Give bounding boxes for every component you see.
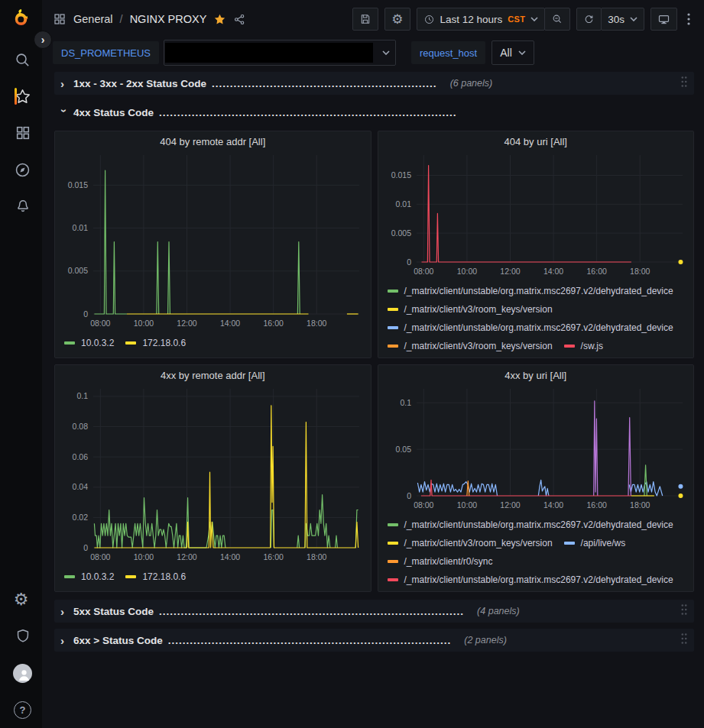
svg-text:14:00: 14:00 — [220, 552, 240, 561]
user-avatar[interactable] — [0, 655, 42, 691]
legend-item[interactable]: /_matrix/client/unstable/org.matrix.msc2… — [388, 320, 673, 335]
chevron-down-icon — [630, 17, 637, 21]
legend-swatch — [388, 326, 398, 329]
share-icon[interactable] — [233, 13, 246, 26]
legend-item[interactable]: /_matrix/client/v3/room_keys/version — [388, 302, 553, 317]
chevron-down-icon: › — [58, 108, 71, 116]
more-kebab-icon[interactable] — [683, 8, 694, 31]
legend-label: /_matrix/client/v3/room_keys/version — [404, 302, 553, 317]
panel-title[interactable]: 4xx by uri [All] — [378, 365, 694, 383]
refresh-button[interactable] — [576, 8, 602, 31]
variable-select-ds-prometheus[interactable] — [164, 40, 396, 66]
legend-item[interactable]: /_matrix/client/unstable/org.matrix.msc2… — [388, 283, 673, 299]
legend-label: /_matrix/client/v3/room_keys/version — [404, 338, 553, 354]
svg-text:14:00: 14:00 — [220, 319, 240, 328]
svg-text:18:00: 18:00 — [307, 552, 326, 561]
clock-icon — [423, 14, 435, 25]
legend-item[interactable]: 172.18.0.6 — [125, 335, 186, 351]
drag-handle-icon[interactable] — [680, 76, 688, 91]
grafana-logo-icon[interactable] — [9, 6, 34, 31]
variable-select-request-host[interactable]: All — [492, 40, 534, 65]
refresh-interval-picker[interactable]: 30s — [601, 8, 644, 31]
legend-item[interactable]: /_matrix/client/r0/sync — [388, 554, 493, 569]
configuration-gear-icon[interactable]: ⚙ — [0, 581, 42, 618]
sidebar-expand-button[interactable]: › — [34, 31, 52, 49]
explore-compass-icon[interactable] — [0, 151, 42, 188]
refresh-interval-label: 30s — [608, 14, 625, 25]
legend-item[interactable]: /api/live/ws — [564, 535, 626, 551]
svg-text:08:00: 08:00 — [414, 500, 433, 510]
svg-text:0: 0 — [407, 257, 411, 267]
legend-label: 10.0.3.2 — [81, 569, 114, 584]
dashboard-title[interactable]: NGINX PROXY — [130, 13, 207, 25]
dashboard-row-4xx[interactable]: › 4xx Status Code ......................… — [54, 101, 694, 124]
svg-text:08:00: 08:00 — [90, 319, 110, 328]
svg-text:0.005: 0.005 — [391, 228, 410, 238]
legend-item[interactable]: /_matrix/client/unstable/org.matrix.msc2… — [388, 517, 673, 532]
legend-label: /_matrix/client/unstable/org.matrix.msc2… — [404, 320, 673, 335]
legend-item[interactable]: /sw.js — [564, 338, 603, 354]
avatar-circle — [13, 664, 32, 683]
legend-label: /_matrix/client/unstable/org.matrix.msc2… — [404, 283, 673, 299]
panel-4xx-by-uri: 4xx by uri [All] 08:0010:0012:0014:0016:… — [378, 364, 695, 592]
dashboard-navbar: General / NGINX PROXY — [42, 0, 704, 38]
panel-4xx-by-remote-addr: 4xx by remote addr [All] 08:0010:0012:00… — [54, 364, 371, 592]
dashboard-settings-button[interactable]: ⚙ — [384, 8, 410, 31]
panel-404-by-remote-addr: 404 by remote addr [All] 08:0010:0012:00… — [54, 131, 371, 358]
breadcrumb-section[interactable]: General — [73, 13, 113, 25]
apps-grid-icon[interactable] — [53, 12, 67, 26]
time-range-picker[interactable]: Last 12 hours CST — [417, 8, 546, 31]
legend-item[interactable]: /_matrix/client/unstable/org.matrix.msc2… — [388, 572, 673, 587]
legend-label: /_matrix/client/unstable/org.matrix.msc2… — [404, 572, 673, 587]
row-leader-dots: ........................................… — [159, 107, 457, 118]
alerting-bell-icon[interactable] — [0, 188, 42, 225]
dashboard-row-1xx-3xx-2xx[interactable]: › 1xx - 3xx - 2xx Status Code ..........… — [54, 72, 694, 95]
legend-item[interactable]: 10.0.3.2 — [64, 569, 114, 584]
panel-title[interactable]: 404 by remote addr [All] — [55, 131, 371, 149]
help-question-icon[interactable]: ? — [0, 691, 42, 728]
svg-text:16:00: 16:00 — [264, 552, 284, 561]
timeseries-chart: 08:0010:0012:0014:0016:0018:0000.050.1 — [383, 383, 689, 513]
legend-label: /_matrix/client/unstable/org.matrix.msc2… — [404, 517, 673, 532]
legend-label: 10.0.3.2 — [81, 335, 114, 351]
svg-text:16:00: 16:00 — [586, 267, 606, 276]
svg-text:0.04: 0.04 — [73, 482, 89, 491]
save-dashboard-button[interactable] — [352, 8, 378, 31]
timezone-label: CST — [508, 15, 525, 24]
svg-text:12:00: 12:00 — [177, 319, 197, 328]
legend-swatch — [564, 542, 575, 545]
svg-text:18:00: 18:00 — [307, 319, 326, 328]
dashboards-icon[interactable] — [0, 115, 42, 151]
drag-handle-icon[interactable] — [680, 603, 688, 619]
svg-text:14:00: 14:00 — [543, 500, 563, 510]
drag-handle-icon[interactable] — [680, 633, 688, 648]
svg-text:10:00: 10:00 — [134, 319, 154, 328]
grafana-app: ⚙ ? › — [0, 0, 704, 728]
zoom-out-button[interactable] — [544, 8, 570, 31]
dashboard-row-6xx[interactable]: › 6xx > Status Code ....................… — [54, 629, 694, 652]
chart-legend: /_matrix/client/unstable/org.matrix.msc2… — [378, 513, 694, 587]
svg-text:0.08: 0.08 — [73, 422, 89, 431]
dashboard-row-5xx[interactable]: › 5xx Status Code ......................… — [54, 600, 694, 623]
svg-text:0.01: 0.01 — [73, 223, 89, 232]
panel-title[interactable]: 4xx by remote addr [All] — [55, 365, 371, 383]
search-icon[interactable] — [0, 41, 42, 78]
legend-swatch — [388, 560, 398, 563]
favorite-star-icon[interactable] — [213, 13, 226, 26]
legend-item[interactable]: /_matrix/client/v3/room_keys/version — [388, 535, 553, 551]
starred-icon[interactable] — [0, 78, 42, 115]
legend-item[interactable]: 172.18.0.6 — [125, 569, 186, 584]
legend-item[interactable]: 10.0.3.2 — [64, 335, 114, 351]
row-leader-dots: ........................................… — [168, 635, 452, 646]
server-admin-shield-icon[interactable] — [0, 618, 42, 655]
chevron-right-icon: › — [60, 634, 68, 647]
svg-text:10:00: 10:00 — [457, 267, 477, 276]
legend-swatch — [125, 341, 136, 345]
legend-item[interactable]: /_matrix/client/v3/room_keys/version — [388, 338, 553, 354]
refresh-group: 30s — [576, 8, 644, 31]
svg-text:0.1: 0.1 — [400, 398, 411, 407]
row-title: 4xx Status Code — [73, 107, 154, 118]
time-range-label: Last 12 hours — [440, 14, 503, 25]
panel-title[interactable]: 404 by uri [All] — [378, 131, 694, 149]
cycle-view-monitor-button[interactable] — [650, 8, 677, 31]
